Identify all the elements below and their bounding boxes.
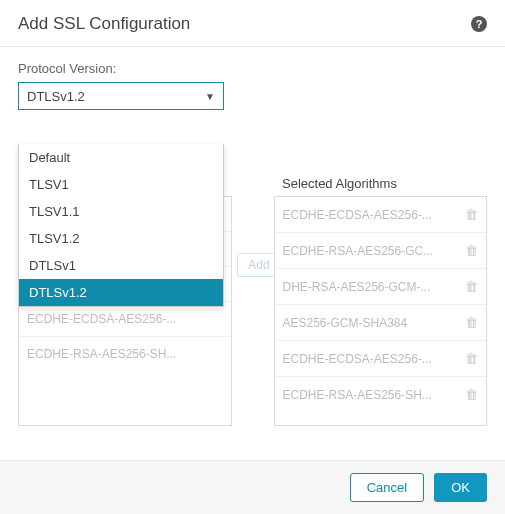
help-icon[interactable]: ? (471, 16, 487, 32)
protocol-version-dropdown[interactable]: Default TLSV1 TLSV1.1 TLSV1.2 DTLSv1 DTL… (18, 144, 224, 307)
trash-icon[interactable]: 🗑 (465, 351, 478, 366)
dropdown-option-dtlsv12[interactable]: DTLSv1.2 (19, 279, 223, 306)
selected-algorithms-column: Selected Algorithms ECDHE-ECDSA-AES256-.… (274, 196, 488, 426)
trash-icon[interactable]: 🗑 (465, 243, 478, 258)
list-item[interactable]: AES256-GCM-SHA384🗑 (275, 305, 487, 341)
selected-algorithms-label: Selected Algorithms (282, 176, 397, 191)
dialog-header: Add SSL Configuration ? (0, 0, 505, 47)
select-value: DTLSv1.2 (27, 89, 85, 104)
list-item[interactable]: ECDHE-ECDSA-AES256-...🗑 (275, 197, 487, 233)
list-item[interactable]: ECDHE-ECDSA-AES256-... (19, 302, 231, 337)
trash-icon[interactable]: 🗑 (465, 207, 478, 222)
chevron-down-icon: ▼ (205, 91, 215, 102)
trash-icon[interactable]: 🗑 (465, 279, 478, 294)
protocol-version-select[interactable]: DTLSv1.2 ▼ (18, 82, 224, 110)
list-item[interactable]: ECDHE-RSA-AES256-SH... (19, 337, 231, 371)
list-item[interactable]: ECDHE-RSA-AES256-SH...🗑 (275, 377, 487, 412)
protocol-version-label: Protocol Version: (18, 61, 487, 76)
list-item[interactable]: ECDHE-ECDSA-AES256-...🗑 (275, 341, 487, 377)
dropdown-option-tlsv11[interactable]: TLSV1.1 (19, 198, 223, 225)
dialog-content: Protocol Version: DTLSv1.2 ▼ Default TLS… (0, 47, 505, 460)
list-item[interactable]: DHE-RSA-AES256-GCM-...🗑 (275, 269, 487, 305)
selected-algorithms-list[interactable]: ECDHE-ECDSA-AES256-...🗑 ECDHE-RSA-AES256… (274, 196, 488, 426)
dropdown-option-tlsv12[interactable]: TLSV1.2 (19, 225, 223, 252)
dropdown-option-default[interactable]: Default (19, 144, 223, 171)
dialog-title: Add SSL Configuration (18, 14, 190, 34)
list-item[interactable]: ECDHE-RSA-AES256-GC...🗑 (275, 233, 487, 269)
dropdown-option-tlsv1[interactable]: TLSV1 (19, 171, 223, 198)
trash-icon[interactable]: 🗑 (465, 387, 478, 402)
ssl-config-dialog: Add SSL Configuration ? Protocol Version… (0, 0, 505, 514)
dialog-footer: Cancel OK (0, 460, 505, 514)
trash-icon[interactable]: 🗑 (465, 315, 478, 330)
cancel-button[interactable]: Cancel (350, 473, 424, 502)
dropdown-option-dtlsv1[interactable]: DTLSv1 (19, 252, 223, 279)
ok-button[interactable]: OK (434, 473, 487, 502)
